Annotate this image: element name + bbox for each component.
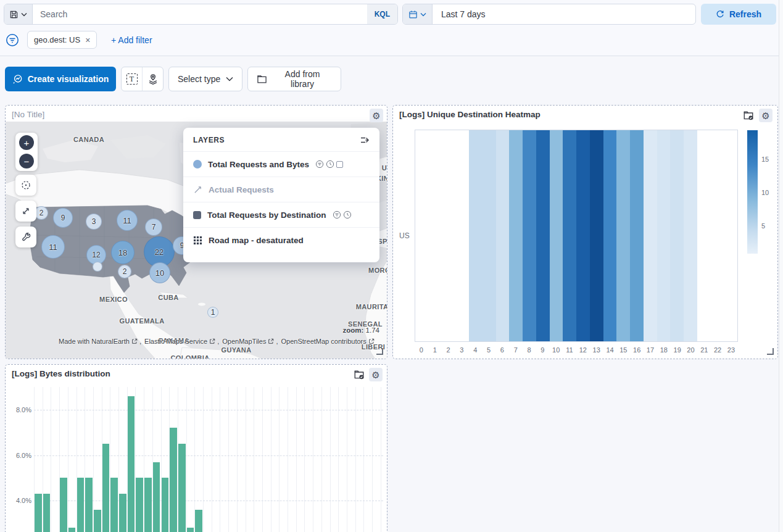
zoom-out-button[interactable]: − [19,154,34,168]
map-cluster-marker[interactable]: 9 [53,208,73,228]
heatmap-panel-gear-button[interactable]: ⚙ [759,109,773,122]
heatmap-cell[interactable] [684,130,697,341]
heatmap-cell[interactable] [670,130,684,341]
bytes-bar[interactable] [110,478,118,532]
heatmap-cell[interactable] [469,130,483,341]
heatmap-x-tick: 22 [711,346,724,354]
refresh-button[interactable]: Refresh [701,4,776,25]
bytes-bar[interactable] [119,494,126,532]
heatmap-cell[interactable] [509,130,523,341]
map-cluster-marker[interactable]: 7 [145,218,162,236]
attribution-link[interactable]: Made with NaturalEarth [59,338,130,345]
expand-map-button[interactable] [15,201,36,222]
bytes-bar[interactable] [94,510,101,532]
add-map-button[interactable] [142,67,163,91]
bytes-bar[interactable] [136,478,143,532]
bytes-bar[interactable] [60,478,67,532]
layer-label: Actual Requests [209,185,274,194]
layers-list-item[interactable]: Road map - desaturated [183,227,379,252]
page-scrollbar[interactable] [779,0,783,532]
add-filter-link[interactable]: + Add filter [111,35,152,45]
fit-to-data-button[interactable] [15,175,36,196]
heatmap-cell[interactable] [576,130,590,341]
heatmap-cell[interactable] [657,130,671,341]
heatmap-cell[interactable] [616,130,630,341]
layers-list-item[interactable]: Actual Requests [183,177,379,202]
bytes-bar[interactable] [102,444,110,532]
saved-query-button[interactable] [4,4,33,24]
map-cluster-marker[interactable]: 11 [117,210,138,231]
bytes-bar[interactable] [68,528,76,532]
heatmap-cell[interactable] [523,130,536,341]
collapse-panel-icon[interactable] [360,136,370,144]
layers-list-item[interactable]: Total Requests and Bytes [183,151,379,177]
bytes-bar[interactable] [43,494,51,532]
bytes-bar[interactable] [187,528,194,532]
map-cluster-marker[interactable]: 2 [118,265,131,278]
remove-filter-icon[interactable]: × [85,35,90,45]
bytes-plot[interactable] [34,387,383,532]
add-text-button[interactable]: T [122,67,142,91]
heatmap-cells[interactable] [415,130,738,342]
map-tools-button[interactable] [15,227,36,247]
heatmap-cell[interactable] [603,130,617,341]
zoom-in-button[interactable]: + [19,135,34,150]
map-country-label: COLOMBIA [170,354,209,359]
heatmap-cell[interactable] [644,130,657,341]
bytes-bar[interactable] [153,462,160,532]
add-from-library-button[interactable]: Add from library [247,67,341,91]
gridline [363,387,364,532]
heatmap-cell[interactable] [563,130,576,341]
bytes-panel-gear-button[interactable]: ⚙ [369,368,383,381]
bytes-bar[interactable] [144,478,152,532]
map-cluster-marker[interactable]: 11 [41,235,65,259]
search-input[interactable] [33,4,367,24]
attribution-link[interactable]: OpenMapTiles [222,338,266,345]
filter-pill[interactable]: geo.dest: US × [27,31,97,49]
heatmap-saved-object-button[interactable] [742,109,755,122]
heatmap-cell[interactable] [429,130,442,341]
heatmap-cell[interactable] [415,130,429,341]
map-cluster-marker[interactable]: 3 [86,214,102,230]
map-panel-gear-button[interactable]: ⚙ [370,109,383,122]
attribution-link[interactable]: OpenStreetMap contributors [281,338,367,345]
bytes-bar[interactable] [178,444,186,532]
heatmap-cell[interactable] [496,130,510,341]
map-cluster-marker[interactable]: 1 [207,307,218,318]
heatmap-cell[interactable] [711,130,724,341]
heatmap-cell[interactable] [442,130,456,341]
heatmap-cell[interactable] [697,130,711,341]
filter-menu-button[interactable] [5,33,20,48]
create-visualization-button[interactable]: Create visualization [5,67,116,91]
date-picker-button[interactable] [403,4,433,24]
bytes-saved-object-button[interactable] [352,368,366,381]
heatmap-cell[interactable] [630,130,644,341]
heatmap-cell[interactable] [483,130,496,341]
map-panel-resize-handle[interactable] [376,348,383,355]
bytes-bar[interactable] [35,494,42,532]
layers-list-item[interactable]: Total Requests by Destination [183,202,379,227]
bytes-bar[interactable] [85,478,93,532]
heatmap-cell[interactable] [536,130,550,341]
attribution-link[interactable]: Elastic Maps Service [144,338,207,345]
select-type-dropdown[interactable]: Select type [168,67,242,91]
map-cluster-marker[interactable]: 2 [35,206,48,220]
map-attribution[interactable]: Made with NaturalEarth, Elastic Maps Ser… [59,338,375,345]
heatmap-cell[interactable] [724,130,737,341]
bytes-bar[interactable] [170,428,177,532]
heatmap-cell[interactable] [590,130,603,341]
kql-badge[interactable]: KQL [367,4,397,24]
bytes-bar[interactable] [162,478,169,532]
bytes-bar[interactable] [195,510,202,532]
time-range-value[interactable]: Last 7 days [433,4,494,24]
map-cluster-marker[interactable]: 10 [149,262,170,283]
bytes-bar[interactable] [77,478,85,532]
layer-checkbox-icon[interactable] [336,161,343,168]
map-cluster-marker[interactable]: 18 [111,241,135,264]
heatmap-panel-resize-handle[interactable] [767,348,774,355]
layer-line-icon [193,185,202,194]
bytes-bar[interactable] [128,396,135,532]
map-cluster-marker[interactable] [93,262,102,272]
heatmap-cell[interactable] [550,130,563,341]
heatmap-cell[interactable] [455,130,469,341]
